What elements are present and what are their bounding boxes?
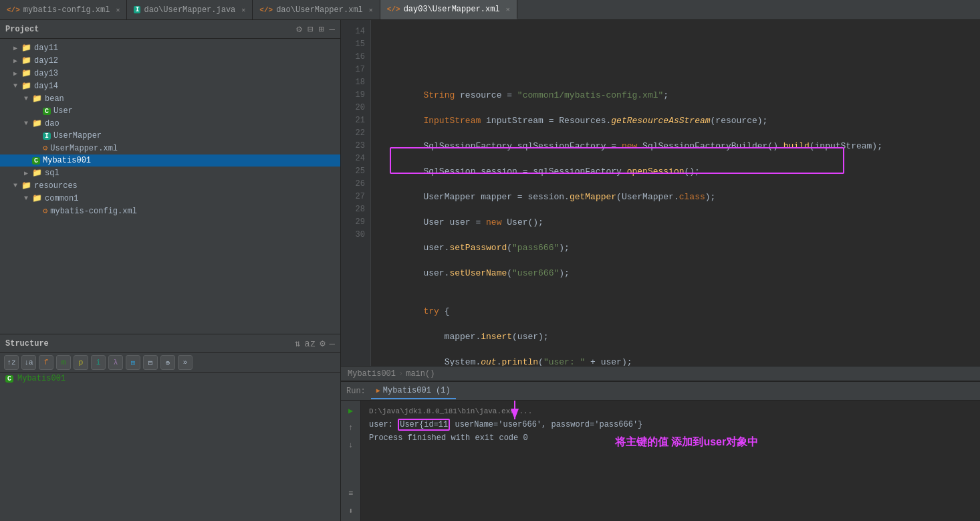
tree-label-usermapper-xml: UserMapper.xml <box>50 144 118 153</box>
run-highlight-userid: User{id=11 <box>398 419 450 431</box>
tab-day03-usermapper-xml-close[interactable]: ✕ <box>506 5 510 13</box>
tab-day03-usermapper-xml-label: day03\UserMapper.xml <box>404 5 500 14</box>
tab-day03-usermapper-xml[interactable]: </> day03\UserMapper.xml ✕ <box>380 0 517 19</box>
run-panel: Run: ▶ Mybatis001 (1) ▶ ↑ ↓ ≡ ⬇ <box>341 381 980 521</box>
tab-config-xml[interactable]: </> mybatis-config.xml ✕ <box>0 0 127 19</box>
structure-title: Structure <box>5 339 291 348</box>
run-tab-mybatis001[interactable]: ▶ Mybatis001 (1) <box>371 383 456 399</box>
tabs-spacer <box>517 0 980 19</box>
tab-usermapper-java-label: dao\UserMapper.java <box>144 5 235 15</box>
run-annotation-text: 将主键的值 添加到user对象中 <box>615 435 758 449</box>
linenum-29: 29 <box>341 216 370 229</box>
run-tab-label: Mybatis001 (1) <box>383 386 451 395</box>
struct-btn-sort-asc[interactable]: ↑z <box>4 355 19 370</box>
run-wrap-button[interactable]: ≡ <box>344 486 358 501</box>
tab-config-xml-close[interactable]: ✕ <box>116 6 120 14</box>
project-panel-header: Project ⚙ ⊟ ⊞ — <box>0 20 340 39</box>
struct-btn-interface[interactable]: i <box>91 355 106 370</box>
tree-item-day12[interactable]: ▶ 📁 day12 <box>0 54 340 67</box>
breadcrumb-class[interactable]: Mybatis001 <box>348 369 396 379</box>
linenum-23: 23 <box>341 140 370 152</box>
tree-item-user[interactable]: C User <box>0 105 340 117</box>
folder-icon-dao: 📁 <box>32 118 42 128</box>
arrow-resources: ▼ <box>13 182 21 189</box>
tree-item-day13[interactable]: ▶ 📁 day13 <box>0 67 340 80</box>
tree-item-bean[interactable]: ▼ 📁 bean <box>0 92 340 105</box>
tab-usermapper-xml-close[interactable]: ✕ <box>369 6 373 14</box>
tree-item-common1[interactable]: ▼ 📁 common1 <box>0 192 340 205</box>
structure-class-item[interactable]: C Mybatis001 <box>0 373 340 385</box>
linenum-18: 18 <box>341 76 370 89</box>
tab-usermapper-xml[interactable]: </> dao\UserMapper.xml ✕ <box>253 0 380 19</box>
structure-sort-icon[interactable]: ⇅ <box>295 338 300 349</box>
struct-btn-more[interactable]: » <box>178 355 193 370</box>
file-tree: ▶ 📁 day11 ▶ 📁 day12 ▶ 📁 day13 <box>0 39 340 334</box>
code-line-16: InputStream inputStream = Resources.getR… <box>382 114 969 127</box>
arrow-common1: ▼ <box>24 195 32 202</box>
tree-label-sql: sql <box>45 169 59 178</box>
run-scroll-down-button[interactable]: ↓ <box>344 438 358 453</box>
xml-icon: </> <box>7 6 20 14</box>
project-hide-icon[interactable]: — <box>330 24 335 35</box>
project-collapse-icon[interactable]: ⊟ <box>308 23 313 35</box>
tree-label-user: User <box>53 106 73 116</box>
project-expand-icon[interactable]: ⊞ <box>318 23 324 35</box>
arrow-usermapper-xml <box>35 144 43 152</box>
code-line-15: String resource = "common1/mybatis-confi… <box>382 89 969 102</box>
arrow-dao: ▼ <box>24 120 32 127</box>
code-content[interactable]: String resource = "common1/mybatis-confi… <box>371 20 980 366</box>
line-numbers: 14 15 16 17 18 19 20 21 22 23 24 25 26 2… <box>341 20 371 366</box>
tree-item-day11[interactable]: ▶ 📁 day11 <box>0 41 340 54</box>
code-line-26: System.out.println("user: " + user); <box>382 356 969 366</box>
tree-item-day14[interactable]: ▼ 📁 day14 <box>0 80 340 92</box>
structure-hide-icon[interactable]: — <box>330 338 335 349</box>
struct-btn-fields[interactable]: f <box>39 355 53 370</box>
linenum-17: 17 <box>341 64 370 76</box>
tab-config-xml-label: mybatis-config.xml <box>23 5 110 15</box>
tree-label-common1: common1 <box>45 194 78 203</box>
linenum-15: 15 <box>341 38 370 51</box>
struct-btn-expand[interactable]: ⊞ <box>126 355 140 370</box>
right-section: 14 15 16 17 18 19 20 21 22 23 24 25 26 2… <box>341 20 980 521</box>
tree-item-mybatis001[interactable]: C Mybatis001 <box>0 154 340 167</box>
tree-item-dao[interactable]: ▼ 📁 dao <box>0 117 340 130</box>
tree-item-usermapper-xml[interactable]: ⚙ UserMapper.xml <box>0 142 340 154</box>
tree-item-usermapper[interactable]: I UserMapper <box>0 130 340 142</box>
breadcrumb-method[interactable]: main() <box>406 369 435 379</box>
struct-btn-collapse[interactable]: ⊟ <box>143 355 158 370</box>
structure-panel: Structure ⇅ az ⚙ — ↑z ↓a f m p i λ ⊞ ⊟ ⊕ <box>0 334 340 521</box>
linenum-16: 16 <box>341 51 370 64</box>
project-settings-icon[interactable]: ⚙ <box>296 23 301 35</box>
run-scroll-up-button[interactable]: ↑ <box>344 421 358 435</box>
linenum-27: 27 <box>341 191 370 203</box>
struct-btn-locate[interactable]: ⊕ <box>160 355 175 370</box>
java-class-icon-mybatis001: C <box>32 157 40 165</box>
run-content: D:\java\jdk1.8.0_181\bin\java.exe ... us… <box>361 401 980 521</box>
struct-btn-properties[interactable]: p <box>74 355 88 370</box>
folder-icon-resources: 📁 <box>21 181 31 191</box>
structure-class-label: Mybatis001 <box>17 374 66 383</box>
run-tab-icon: ▶ <box>376 387 380 395</box>
struct-btn-methods[interactable]: m <box>56 355 71 370</box>
tab-usermapper-java-close[interactable]: ✕ <box>241 6 245 14</box>
code-line-22: user.setUserName("user666"); <box>382 267 969 280</box>
structure-settings-icon[interactable]: ⚙ <box>320 338 325 349</box>
folder-icon-day12: 📁 <box>21 56 31 66</box>
tree-item-sql[interactable]: ▶ 📁 sql <box>0 167 340 179</box>
folder-icon-day13: 📁 <box>21 68 31 78</box>
tree-item-resources[interactable]: ▼ 📁 resources <box>0 179 340 192</box>
tab-usermapper-xml-label: dao\UserMapper.xml <box>276 5 363 15</box>
linenum-30: 30 <box>341 229 370 241</box>
run-output-line: user: User{id=11 userName='user666', pas… <box>369 418 972 431</box>
tree-label-day13: day13 <box>34 69 58 78</box>
arrow-user <box>35 108 43 115</box>
tree-item-mybatis-config[interactable]: ⚙ mybatis-config.xml <box>0 205 340 217</box>
run-save-button[interactable]: ⬇ <box>344 504 358 518</box>
struct-btn-lambda[interactable]: λ <box>108 355 123 370</box>
tab-usermapper-java[interactable]: I dao\UserMapper.java ✕ <box>127 0 253 19</box>
struct-btn-sort-desc[interactable]: ↓a <box>21 355 36 370</box>
main-area: Project ⚙ ⊟ ⊞ — ▶ 📁 day11 ▶ 📁 day12 <box>0 20 980 521</box>
structure-alpha-sort-icon[interactable]: az <box>304 338 316 349</box>
tree-label-day12: day12 <box>34 56 58 66</box>
run-play-button[interactable]: ▶ <box>344 403 358 418</box>
